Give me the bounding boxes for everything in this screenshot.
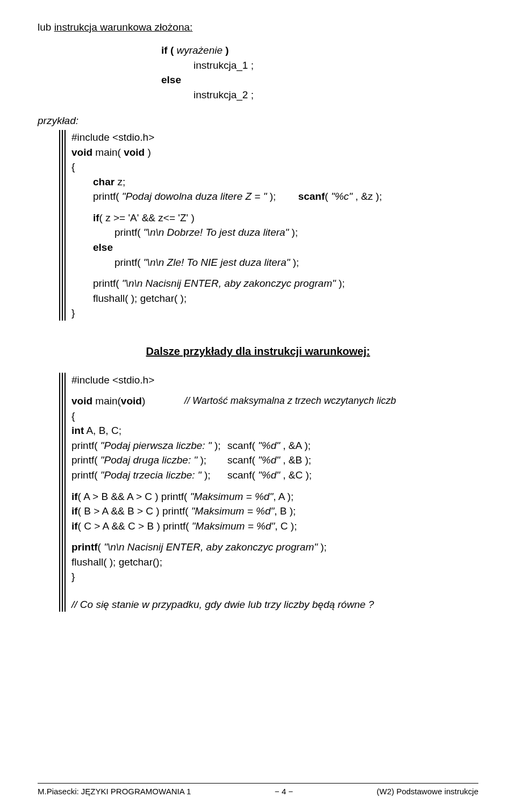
code-line: } — [71, 306, 382, 321]
code-line: #include <stdio.h> — [71, 130, 382, 145]
code-line: printf( "Podaj pierwsza liczbe: " ); sca… — [71, 438, 396, 453]
code-line: if( B > A && B > C ) printf( "Maksimum =… — [71, 504, 396, 519]
page: lub instrukcja warunkowa złożona: if ( w… — [0, 0, 516, 812]
code-line: if( z >= 'A' && z<= 'Z' ) — [71, 211, 382, 226]
rail — [59, 130, 60, 321]
code-line: void main(void) // Wartość maksymalna z … — [71, 394, 396, 409]
footer-center: − 4 − — [275, 787, 293, 796]
syntax-line-3: else — [161, 73, 478, 88]
code-block-1: #include <stdio.h> void main( void ) { c… — [59, 130, 478, 321]
code-line: if( C > A && C > B ) printf( "Maksimum =… — [71, 519, 396, 534]
syntax-block: if ( wyrażenie ) instrukcja_1 ; else ins… — [161, 43, 478, 102]
code-line: printf( "Podaj druga liczbe: " ); scanf(… — [71, 453, 396, 468]
code-line: void main( void ) — [71, 145, 382, 160]
code-line: char z; — [71, 175, 382, 190]
code-line: if( A > B && A > C ) printf( "Maksimum =… — [71, 489, 396, 504]
code-line: printf( "\n\n Nacisnij ENTER, aby zakonc… — [71, 540, 396, 555]
bottom-comment: // Co się stanie w przypadku, gdy dwie l… — [71, 597, 396, 612]
code-line: { — [71, 409, 396, 424]
code-line: printf( "\n\n Nacisnij ENTER, aby zakonc… — [71, 276, 382, 291]
code-line: printf( "\n\n Dobrze! To jest duza liter… — [71, 225, 382, 240]
code-line: printf( "Podaj trzecia liczbe: " ); scan… — [71, 468, 396, 483]
code-line: { — [71, 160, 382, 175]
footer-rule — [38, 783, 478, 784]
code-line: else — [71, 240, 382, 255]
intro-line: lub instrukcja warunkowa złożona: — [38, 21, 478, 33]
intro-prefix: lub — [38, 21, 54, 33]
code-line: printf( "Podaj dowolna duza litere Z = "… — [71, 189, 382, 204]
code-body-2: #include <stdio.h> void main(void) // Wa… — [71, 373, 396, 612]
footer-right: (W2) Podstawowe instrukcje — [377, 787, 478, 796]
example-label: przykład: — [38, 115, 478, 127]
footer-left: M.Piasecki: JĘZYKI PROGRAMOWANIA 1 — [38, 787, 191, 796]
rail — [64, 373, 66, 612]
rail — [59, 373, 60, 612]
code-block-2: #include <stdio.h> void main(void) // Wa… — [59, 373, 478, 612]
section-heading: Dalsze przykłady dla instrukcji warunkow… — [38, 345, 478, 358]
syntax-paren: ) — [223, 45, 229, 56]
footer-row: M.Piasecki: JĘZYKI PROGRAMOWANIA 1 − 4 −… — [38, 787, 478, 796]
code-rails — [59, 130, 67, 321]
code-line: flushall( ); getchar( ); — [71, 291, 382, 306]
rail — [62, 130, 63, 321]
code-rails — [59, 373, 67, 612]
rail — [64, 130, 66, 321]
code-line: flushall( ); getchar(); — [71, 555, 396, 570]
code-line: printf( "\n\n Zle! To NIE jest duza lite… — [71, 255, 382, 270]
code-line: int A, B, C; — [71, 423, 396, 438]
syntax-line-4: instrukcja_2 ; — [161, 88, 478, 103]
page-footer: M.Piasecki: JĘZYKI PROGRAMOWANIA 1 − 4 −… — [38, 783, 478, 796]
scanf-call: scanf( "%c" , &z ); — [298, 189, 382, 204]
intro-underlined: instrukcja warunkowa złożona: — [54, 21, 193, 33]
code-line: #include <stdio.h> — [71, 373, 396, 388]
code-body-1: #include <stdio.h> void main( void ) { c… — [71, 130, 382, 321]
syntax-line-2: instrukcja_1 ; — [161, 58, 478, 73]
kw-if: if ( — [161, 45, 177, 56]
rail — [62, 373, 63, 612]
code-line: } — [71, 569, 396, 584]
syntax-expr: wyrażenie — [177, 45, 223, 56]
comment: // Wartość maksymalna z trzech wczytanyc… — [184, 394, 396, 409]
syntax-line-1: if ( wyrażenie ) — [161, 43, 478, 58]
